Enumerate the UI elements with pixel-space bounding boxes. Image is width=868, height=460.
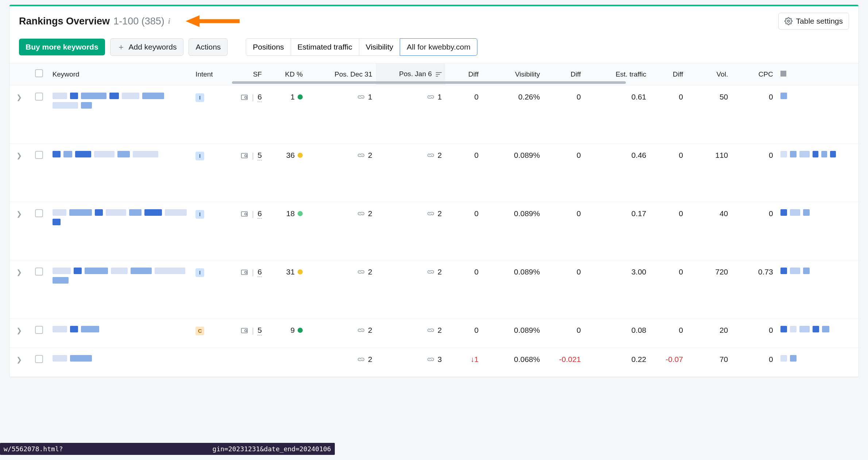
cell-cpc: 0 (732, 85, 776, 144)
cell-diff-traffic: 0 (650, 202, 687, 260)
cell-cpc: 0.73 (732, 260, 776, 319)
cell-sf: |6 (229, 85, 266, 144)
add-keywords-button[interactable]: ＋ Add keywords (110, 38, 184, 56)
select-all-checkbox[interactable] (35, 69, 43, 77)
cell-diff-pos: 0 (445, 202, 482, 260)
cell-intent: I (192, 260, 229, 319)
col-intent[interactable]: Intent (192, 63, 229, 85)
cell-keyword[interactable] (49, 144, 192, 202)
cell-keyword[interactable] (49, 260, 192, 319)
svg-rect-1 (436, 72, 442, 73)
expand-row-chevron[interactable]: ❯ (16, 210, 22, 218)
cell-kd: 1 (266, 85, 306, 144)
cell-pos-prev: 2 (306, 260, 376, 319)
cell-kd (266, 348, 306, 377)
row-checkbox[interactable] (35, 326, 43, 334)
cell-trailing (777, 85, 859, 144)
cell-trailing (777, 260, 859, 319)
page-title: Rankings Overview (19, 16, 110, 27)
cell-pos-curr: 3 (376, 348, 446, 377)
annotation-arrow (185, 14, 240, 28)
rankings-card: Rankings Overview 1-100 (385) i Table se… (9, 4, 859, 377)
svg-point-0 (787, 20, 790, 22)
cell-diff-vis: 0 (543, 144, 584, 202)
cell-intent: C (192, 319, 229, 348)
row-checkbox[interactable] (35, 268, 43, 276)
cell-trailing (777, 348, 859, 377)
cell-diff-vis: -0.021 (543, 348, 584, 377)
tab-positions[interactable]: Positions (246, 38, 291, 56)
row-checkbox[interactable] (35, 151, 43, 159)
cell-cpc: 0 (732, 348, 776, 377)
table-row: ❯I|6312200.089%03.0007200.73 (9, 260, 859, 319)
row-checkbox[interactable] (35, 209, 43, 217)
add-keywords-label: Add keywords (129, 43, 177, 51)
cell-kd: 9 (266, 319, 306, 348)
actions-button[interactable]: Actions (189, 38, 228, 56)
cell-cpc: 0 (732, 319, 776, 348)
cell-keyword[interactable] (49, 202, 192, 260)
cell-diff-vis: 0 (543, 202, 584, 260)
expand-row-chevron[interactable]: ❯ (16, 356, 22, 363)
cell-keyword[interactable] (49, 348, 192, 377)
cell-volume: 20 (687, 319, 732, 348)
cell-diff-pos: 0 (445, 144, 482, 202)
table-row: ❯23↓10.068%-0.0210.22-0.07700 (9, 348, 859, 377)
table-row: ❯I|6182200.089%00.170400 (9, 202, 859, 260)
cell-diff-vis: 0 (543, 260, 584, 319)
rankings-table: Keyword Intent SF KD % Pos. Dec 31 Pos. … (9, 63, 859, 377)
col-cpc[interactable]: CPC (732, 63, 776, 85)
col-keyword[interactable]: Keyword (49, 63, 192, 85)
cell-volume: 40 (687, 202, 732, 260)
col-volume[interactable]: Vol. (687, 63, 732, 85)
tab-all-for-domain[interactable]: All for kwebby.com (400, 38, 477, 56)
svg-rect-2 (436, 74, 440, 75)
column-menu-icon[interactable] (780, 71, 786, 77)
cell-volume: 70 (687, 348, 732, 377)
cell-keyword[interactable] (49, 85, 192, 144)
cell-pos-curr: 2 (376, 260, 446, 319)
expand-row-chevron[interactable]: ❯ (16, 269, 22, 276)
cell-visibility: 0.089% (482, 202, 543, 260)
cell-est-traffic: 0.08 (585, 319, 650, 348)
cell-volume: 50 (687, 85, 732, 144)
buy-keywords-button[interactable]: Buy more keywords (19, 39, 105, 55)
svg-line-9 (246, 156, 247, 157)
cell-diff-traffic: 0 (650, 85, 687, 144)
cell-volume: 720 (687, 260, 732, 319)
expand-row-chevron[interactable]: ❯ (16, 94, 22, 101)
cell-est-traffic: 0.17 (585, 202, 650, 260)
cell-diff-pos: 0 (445, 260, 482, 319)
cell-pos-prev: 2 (306, 319, 376, 348)
cell-est-traffic: 3.00 (585, 260, 650, 319)
cell-pos-curr: 2 (376, 319, 446, 348)
col-diff-3[interactable]: Diff (650, 63, 687, 85)
cell-diff-traffic: 0 (650, 260, 687, 319)
row-checkbox[interactable] (35, 93, 43, 101)
table-settings-label: Table settings (796, 17, 843, 26)
cell-visibility: 0.089% (482, 260, 543, 319)
info-icon[interactable]: i (168, 16, 170, 26)
cell-pos-prev: 1 (306, 85, 376, 144)
sort-icon (436, 70, 442, 78)
row-checkbox[interactable] (35, 355, 43, 363)
cell-cpc: 0 (732, 144, 776, 202)
cell-keyword[interactable] (49, 319, 192, 348)
cell-pos-prev: 2 (306, 202, 376, 260)
svg-line-18 (246, 331, 247, 332)
cell-pos-curr: 2 (376, 202, 446, 260)
cell-intent: I (192, 202, 229, 260)
expand-row-chevron[interactable]: ❯ (16, 327, 22, 334)
cell-visibility: 0.089% (482, 319, 543, 348)
horizontal-scroll-indicator[interactable] (232, 81, 626, 84)
cell-diff-traffic: -0.07 (650, 348, 687, 377)
table-row: ❯I|611100.26%00.610500 (9, 85, 859, 144)
expand-row-chevron[interactable]: ❯ (16, 152, 22, 159)
tab-estimated-traffic[interactable]: Estimated traffic (291, 38, 359, 56)
cell-intent (192, 348, 229, 377)
tab-visibility[interactable]: Visibility (359, 38, 400, 56)
cell-intent: I (192, 85, 229, 144)
view-tabs: Positions Estimated traffic Visibility A… (246, 38, 477, 56)
table-settings-button[interactable]: Table settings (778, 13, 849, 30)
cell-est-traffic: 0.46 (585, 144, 650, 202)
